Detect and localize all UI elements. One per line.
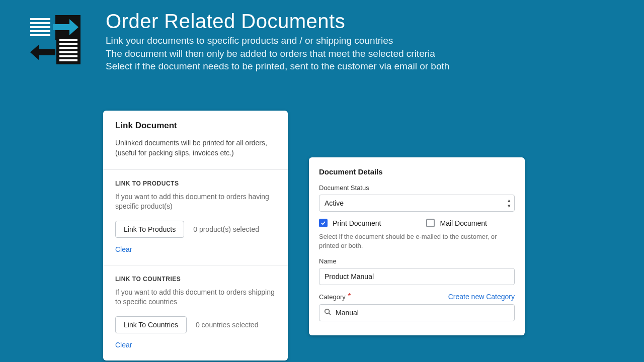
mail-document-label: Mail Document xyxy=(440,219,487,227)
app-logo-icon xyxy=(30,10,80,65)
svg-marker-14 xyxy=(30,44,55,60)
search-icon xyxy=(324,308,331,317)
checkbox-checked-icon xyxy=(319,219,328,227)
name-label: Name xyxy=(319,257,515,265)
document-status-select[interactable]: Active xyxy=(319,195,515,212)
link-document-card: Link Document Unlinked documents will be… xyxy=(103,111,288,360)
print-document-checkbox[interactable]: Print Document xyxy=(319,219,381,227)
products-selected-status: 0 product(s) selected xyxy=(193,225,259,233)
document-status-label: Document Status xyxy=(319,184,515,192)
checkbox-unchecked-icon xyxy=(426,219,435,227)
link-document-title: Link Document xyxy=(115,121,276,131)
clear-countries-link[interactable]: Clear xyxy=(115,341,132,349)
print-mail-help: Select if the document should be e-maile… xyxy=(319,232,515,250)
document-details-card: Document Details Document Status Active … xyxy=(309,157,525,335)
page-title: Order Related Documents xyxy=(106,10,449,32)
link-document-intro: Unlinked documents will be printed for a… xyxy=(115,138,276,158)
page-subtitle-1: Link your documents to specific products… xyxy=(106,34,449,47)
page-subtitle-3: Select if the document needs to be print… xyxy=(106,60,449,73)
document-details-title: Document Details xyxy=(319,167,515,176)
link-to-countries-button[interactable]: Link To Countries xyxy=(115,316,187,333)
link-products-desc: If you want to add this document to orde… xyxy=(115,192,276,212)
print-document-label: Print Document xyxy=(333,219,381,227)
mail-document-checkbox[interactable]: Mail Document xyxy=(426,219,487,227)
countries-selected-status: 0 countries selected xyxy=(196,321,259,329)
name-input[interactable] xyxy=(319,268,515,285)
required-asterisk: * xyxy=(348,292,351,301)
clear-products-link[interactable]: Clear xyxy=(115,245,132,253)
svg-line-16 xyxy=(329,313,331,315)
page-subtitle-2: The document will then only be added to … xyxy=(106,47,449,60)
create-category-link[interactable]: Create new Category xyxy=(448,293,515,301)
category-input[interactable] xyxy=(319,304,515,321)
link-products-header: LINK TO PRODUCTS xyxy=(115,180,276,187)
category-label: Category xyxy=(319,293,346,301)
link-to-products-button[interactable]: Link To Products xyxy=(115,221,184,238)
link-countries-header: LINK TO COUNTRIES xyxy=(115,276,276,283)
link-countries-desc: If you want to add this document to orde… xyxy=(115,288,276,307)
svg-point-15 xyxy=(325,309,330,314)
